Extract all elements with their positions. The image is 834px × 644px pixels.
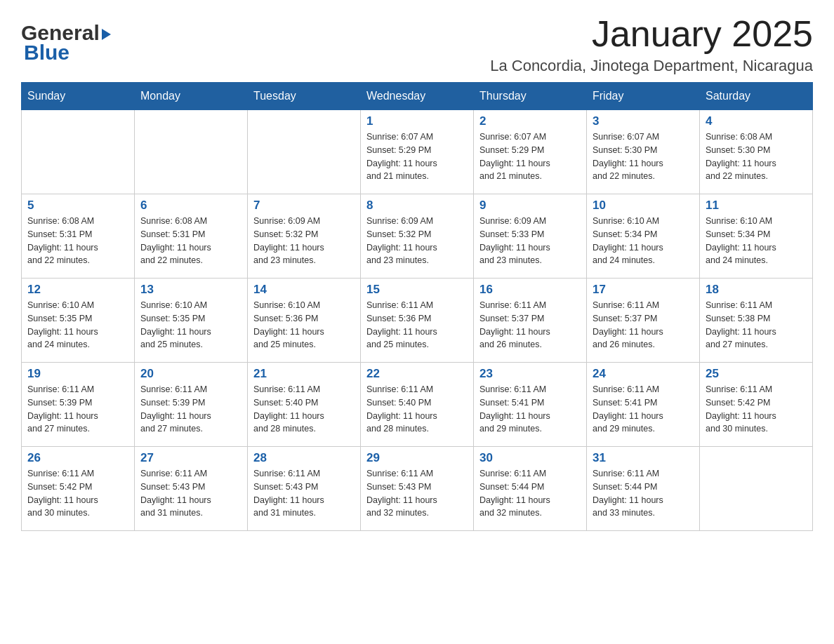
calendar-week-row: 19Sunrise: 6:11 AMSunset: 5:39 PMDayligh…	[22, 363, 813, 447]
day-number: 17	[593, 283, 694, 297]
day-number: 4	[706, 114, 807, 128]
day-number: 22	[366, 367, 468, 381]
calendar-cell: 2Sunrise: 6:07 AMSunset: 5:29 PMDaylight…	[474, 110, 587, 194]
calendar-cell: 14Sunrise: 6:10 AMSunset: 5:36 PMDayligh…	[248, 279, 361, 363]
day-number: 2	[479, 114, 581, 128]
day-number: 12	[27, 283, 128, 297]
calendar-cell: 1Sunrise: 6:07 AMSunset: 5:29 PMDaylight…	[361, 110, 474, 194]
day-number: 8	[366, 199, 468, 213]
day-number: 6	[140, 199, 241, 213]
day-of-week-header: Saturday	[700, 83, 813, 110]
calendar-week-row: 26Sunrise: 6:11 AMSunset: 5:42 PMDayligh…	[22, 447, 813, 531]
day-info: Sunrise: 6:07 AMSunset: 5:30 PMDaylight:…	[593, 130, 694, 183]
calendar-cell: 16Sunrise: 6:11 AMSunset: 5:37 PMDayligh…	[474, 279, 587, 363]
calendar-cell: 7Sunrise: 6:09 AMSunset: 5:32 PMDaylight…	[248, 194, 361, 279]
day-info: Sunrise: 6:11 AMSunset: 5:37 PMDaylight:…	[593, 299, 694, 351]
day-info: Sunrise: 6:10 AMSunset: 5:34 PMDaylight:…	[593, 215, 694, 267]
day-number: 29	[366, 451, 468, 465]
day-info: Sunrise: 6:10 AMSunset: 5:36 PMDaylight:…	[253, 299, 355, 351]
calendar-cell: 31Sunrise: 6:11 AMSunset: 5:44 PMDayligh…	[587, 447, 700, 531]
day-info: Sunrise: 6:11 AMSunset: 5:44 PMDaylight:…	[593, 467, 694, 520]
day-number: 21	[253, 367, 355, 381]
day-number: 26	[27, 451, 128, 465]
day-info: Sunrise: 6:11 AMSunset: 5:43 PMDaylight:…	[366, 467, 468, 520]
day-info: Sunrise: 6:11 AMSunset: 5:37 PMDaylight:…	[479, 299, 581, 351]
month-title: January 2025	[490, 14, 813, 54]
calendar-week-row: 1Sunrise: 6:07 AMSunset: 5:29 PMDaylight…	[22, 110, 813, 194]
calendar-cell: 13Sunrise: 6:10 AMSunset: 5:35 PMDayligh…	[135, 279, 248, 363]
calendar-cell: 29Sunrise: 6:11 AMSunset: 5:43 PMDayligh…	[361, 447, 474, 531]
day-info: Sunrise: 6:10 AMSunset: 5:34 PMDaylight:…	[706, 215, 807, 267]
day-of-week-header: Sunday	[22, 83, 135, 110]
day-number: 15	[366, 283, 468, 297]
day-number: 24	[593, 367, 694, 381]
day-info: Sunrise: 6:11 AMSunset: 5:41 PMDaylight:…	[479, 383, 581, 436]
calendar-cell: 28Sunrise: 6:11 AMSunset: 5:43 PMDayligh…	[248, 447, 361, 531]
calendar-body: 1Sunrise: 6:07 AMSunset: 5:29 PMDaylight…	[22, 110, 813, 531]
day-number: 14	[253, 283, 355, 297]
day-number: 23	[479, 367, 581, 381]
calendar-cell: 10Sunrise: 6:10 AMSunset: 5:34 PMDayligh…	[587, 194, 700, 279]
day-of-week-header: Thursday	[474, 83, 587, 110]
day-number: 9	[479, 199, 581, 213]
days-of-week-row: SundayMondayTuesdayWednesdayThursdayFrid…	[22, 83, 813, 110]
calendar-cell: 25Sunrise: 6:11 AMSunset: 5:42 PMDayligh…	[700, 363, 813, 447]
calendar-cell: 12Sunrise: 6:10 AMSunset: 5:35 PMDayligh…	[22, 279, 135, 363]
day-number: 7	[253, 199, 355, 213]
calendar-cell	[22, 110, 135, 194]
calendar-cell: 27Sunrise: 6:11 AMSunset: 5:43 PMDayligh…	[135, 447, 248, 531]
day-of-week-header: Wednesday	[361, 83, 474, 110]
day-info: Sunrise: 6:08 AMSunset: 5:30 PMDaylight:…	[706, 130, 807, 183]
day-number: 28	[253, 451, 355, 465]
location-subtitle: La Concordia, Jinotega Department, Nicar…	[490, 57, 813, 75]
logo: General Blue	[21, 21, 111, 65]
logo-blue-text: Blue	[24, 41, 70, 65]
calendar-header: SundayMondayTuesdayWednesdayThursdayFrid…	[22, 83, 813, 110]
calendar-cell: 5Sunrise: 6:08 AMSunset: 5:31 PMDaylight…	[22, 194, 135, 279]
calendar-week-row: 12Sunrise: 6:10 AMSunset: 5:35 PMDayligh…	[22, 279, 813, 363]
calendar-cell: 26Sunrise: 6:11 AMSunset: 5:42 PMDayligh…	[22, 447, 135, 531]
day-number: 18	[706, 283, 807, 297]
calendar-cell	[700, 447, 813, 531]
day-info: Sunrise: 6:11 AMSunset: 5:43 PMDaylight:…	[253, 467, 355, 520]
day-number: 11	[706, 199, 807, 213]
calendar-cell: 11Sunrise: 6:10 AMSunset: 5:34 PMDayligh…	[700, 194, 813, 279]
calendar-cell: 8Sunrise: 6:09 AMSunset: 5:32 PMDaylight…	[361, 194, 474, 279]
day-number: 20	[140, 367, 241, 381]
calendar-cell: 3Sunrise: 6:07 AMSunset: 5:30 PMDaylight…	[587, 110, 700, 194]
day-number: 3	[593, 114, 694, 128]
day-info: Sunrise: 6:11 AMSunset: 5:39 PMDaylight:…	[140, 383, 241, 436]
calendar-cell: 15Sunrise: 6:11 AMSunset: 5:36 PMDayligh…	[361, 279, 474, 363]
calendar-table: SundayMondayTuesdayWednesdayThursdayFrid…	[21, 82, 813, 531]
logo-arrow-icon	[102, 29, 111, 40]
day-of-week-header: Monday	[135, 83, 248, 110]
day-number: 16	[479, 283, 581, 297]
day-number: 19	[27, 367, 128, 381]
day-info: Sunrise: 6:11 AMSunset: 5:42 PMDaylight:…	[27, 467, 128, 520]
day-number: 31	[593, 451, 694, 465]
day-of-week-header: Tuesday	[248, 83, 361, 110]
calendar-cell: 21Sunrise: 6:11 AMSunset: 5:40 PMDayligh…	[248, 363, 361, 447]
calendar-cell	[135, 110, 248, 194]
day-of-week-header: Friday	[587, 83, 700, 110]
calendar-cell: 6Sunrise: 6:08 AMSunset: 5:31 PMDaylight…	[135, 194, 248, 279]
day-info: Sunrise: 6:11 AMSunset: 5:43 PMDaylight:…	[140, 467, 241, 520]
day-number: 25	[706, 367, 807, 381]
calendar-cell	[248, 110, 361, 194]
day-info: Sunrise: 6:08 AMSunset: 5:31 PMDaylight:…	[27, 215, 128, 267]
day-info: Sunrise: 6:07 AMSunset: 5:29 PMDaylight:…	[366, 130, 468, 183]
calendar-cell: 20Sunrise: 6:11 AMSunset: 5:39 PMDayligh…	[135, 363, 248, 447]
day-number: 1	[366, 114, 468, 128]
calendar-cell: 24Sunrise: 6:11 AMSunset: 5:41 PMDayligh…	[587, 363, 700, 447]
day-info: Sunrise: 6:10 AMSunset: 5:35 PMDaylight:…	[140, 299, 241, 351]
day-info: Sunrise: 6:09 AMSunset: 5:32 PMDaylight:…	[366, 215, 468, 267]
day-info: Sunrise: 6:11 AMSunset: 5:38 PMDaylight:…	[706, 299, 807, 351]
day-info: Sunrise: 6:09 AMSunset: 5:33 PMDaylight:…	[479, 215, 581, 267]
day-number: 5	[27, 199, 128, 213]
calendar-cell: 17Sunrise: 6:11 AMSunset: 5:37 PMDayligh…	[587, 279, 700, 363]
day-info: Sunrise: 6:11 AMSunset: 5:39 PMDaylight:…	[27, 383, 128, 436]
title-area: January 2025 La Concordia, Jinotega Depa…	[490, 14, 813, 75]
calendar-cell: 22Sunrise: 6:11 AMSunset: 5:40 PMDayligh…	[361, 363, 474, 447]
calendar-cell: 23Sunrise: 6:11 AMSunset: 5:41 PMDayligh…	[474, 363, 587, 447]
day-info: Sunrise: 6:11 AMSunset: 5:41 PMDaylight:…	[593, 383, 694, 436]
